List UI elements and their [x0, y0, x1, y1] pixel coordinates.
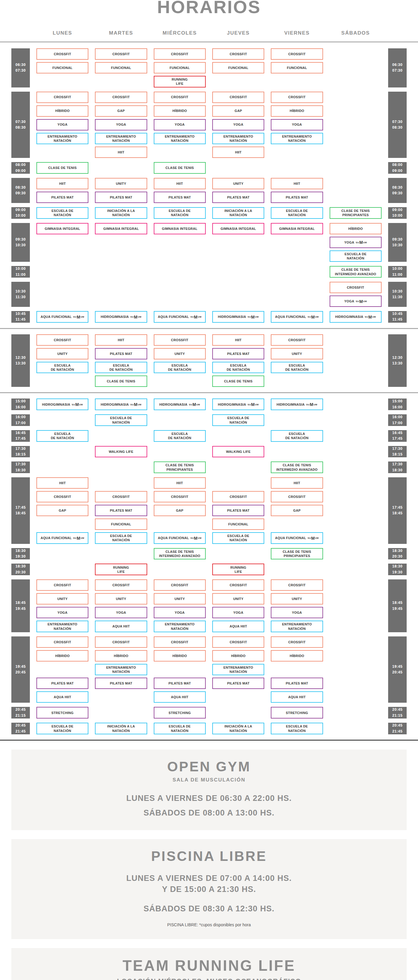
- class-cell: HÍBRIDO: [95, 650, 147, 662]
- piscina-libre-title: PISCINA LIBRE: [17, 849, 401, 863]
- class-cell: PILATES MAT: [271, 192, 323, 203]
- class-cell: ESCUELADE NATACIÓN: [95, 362, 147, 374]
- class-cell: YOGA: [154, 607, 206, 618]
- class-cell: CROSSFIT: [95, 636, 147, 648]
- class-cell: ESCUELADE NATACIÓN: [37, 362, 88, 374]
- class-cell: GAP: [154, 505, 206, 516]
- time-label-left: 16:0017:00: [11, 414, 30, 426]
- class-cell: ENTRENAMIENTONATACIÓN: [271, 620, 323, 632]
- class-cell: CLASE DE TENISPRINCIPIANTES: [154, 461, 206, 473]
- class-cell: ENTRENAMIENTONATACIÓN: [212, 133, 264, 145]
- class-cell: YOGA: [271, 607, 323, 618]
- class-cell: CROSSFIT: [212, 636, 264, 648]
- piscina-note: PISCINA LIBRE: *cupos disponibles por ho…: [17, 923, 401, 927]
- class-cell: UNITY: [95, 178, 147, 189]
- time-label-right: 16:4517:45: [388, 430, 407, 442]
- sumum-logo: SUMUM: [130, 403, 141, 406]
- time-block: 09:3010:3009:3010:30GIMNASIA INTEGRALGIM…: [11, 223, 407, 262]
- day-header-lunes: LUNES: [37, 30, 88, 36]
- sumum-logo: SUMUM: [189, 403, 200, 406]
- time-label-right: 12:3013:30: [388, 334, 407, 387]
- class-cell: HÍBRIDO: [154, 105, 206, 117]
- class-cell: YOGA: [212, 119, 264, 130]
- day-header-jueves: JUEVES: [212, 30, 264, 36]
- class-cell: UNITY: [37, 593, 88, 605]
- class-cell: GAP: [271, 505, 323, 516]
- time-label-right: 17:3018:15: [388, 446, 407, 458]
- class-cell: UNITY: [154, 348, 206, 360]
- class-cell: CROSSFIT: [37, 636, 88, 648]
- class-cell: HÍBRIDO: [330, 223, 381, 234]
- class-cell: YOGA: [271, 119, 323, 130]
- sumum-logo: SUMUM: [73, 537, 84, 540]
- time-label-right: 19:4520:45: [388, 636, 407, 703]
- class-cell: UNITY: [37, 348, 88, 360]
- time-block: 15:0016:0015:0016:00HIDROGIMNASIASUMUMHI…: [11, 399, 407, 410]
- class-cell: INICIACIÓN A LANATACIÓN: [95, 723, 147, 734]
- class-cell: HIIT: [271, 477, 323, 488]
- class-cell: INICIACIÓN A LANATACIÓN: [95, 207, 147, 219]
- section-divider-dark: [0, 740, 418, 741]
- time-label-right: 18:3020:30: [388, 548, 407, 560]
- class-cell: CLASE DE TENISINTERMEDIO AVANZADO: [330, 266, 381, 278]
- class-cell: PILATES MAT: [212, 505, 264, 516]
- class-cell: INICIACIÓN A LANATACIÓN: [212, 723, 264, 734]
- class-cell: HIIT: [212, 334, 264, 346]
- class-cell: CROSSFIT: [154, 579, 206, 591]
- time-block: 18:3019:3018:3020:30CLASE DE TENISINTERM…: [11, 548, 407, 560]
- time-label-left: 10:3011:30: [11, 282, 30, 307]
- day-header-martes: MARTES: [95, 30, 147, 36]
- class-cell: CROSSFIT: [271, 92, 323, 103]
- team-running-life-title: TEAM RUNNING LIFE: [17, 958, 401, 973]
- class-cell: CROSSFIT: [37, 92, 88, 103]
- class-cell: YOGA: [37, 607, 88, 618]
- class-cell: AQUA FUNCIONALSUMUM: [271, 532, 323, 544]
- class-cell: PILATES MAT: [95, 348, 147, 360]
- time-label-right: 18:4519:45: [388, 579, 407, 632]
- class-cell: CROSSFIT: [95, 92, 147, 103]
- piscina-libre-panel: PISCINA LIBRE LUNES A VIERNES DE 07:00 A…: [11, 839, 407, 939]
- class-cell: RUNNINGLIFE: [212, 563, 264, 575]
- class-cell: UNITY: [271, 348, 323, 360]
- time-label-right: 09:3010:30: [388, 223, 407, 262]
- class-cell: FUNCIONAL: [212, 62, 264, 73]
- class-cell: CLASE DE TENISPRINCIPIANTES: [330, 207, 381, 219]
- class-cell: ESCUELADE NATACIÓN: [271, 362, 323, 374]
- class-cell: AQUA FUNCIONALSUMUM: [154, 532, 206, 544]
- time-label-left: 10:0011:00: [11, 266, 30, 278]
- open-gym-hours-weekdays: LUNES A VIERNES DE 06:30 A 22:00 HS.: [17, 793, 401, 803]
- class-cell: CROSSFIT: [37, 48, 88, 60]
- time-block: 20:4521:1520:4521:15STRETCHINGSTRETCHING…: [11, 707, 407, 719]
- class-cell: UNITY: [212, 593, 264, 605]
- class-cell: PILATES MAT: [154, 192, 206, 203]
- class-cell: CROSSFIT: [154, 92, 206, 103]
- time-label-left: 17:3018:15: [11, 446, 30, 458]
- time-block: 17:4518:4517:4518:45HIITHIITHIITCROSSFIT…: [11, 477, 407, 544]
- class-cell: UNITY: [212, 178, 264, 189]
- class-cell: CROSSFIT: [212, 579, 264, 591]
- time-label-left: 17:4518:45: [11, 477, 30, 544]
- time-label-right: 08:0009:00: [388, 162, 407, 174]
- class-cell: HIDROGIMNASIASUMUM: [37, 399, 88, 410]
- class-cell: CROSSFIT: [212, 48, 264, 60]
- class-cell: YOGA: [95, 119, 147, 130]
- time-label-right: 09:0010:00: [388, 207, 407, 219]
- day-header-row: LUNES MARTES MIÉRCOLES JUEVES VIERNES SÁ…: [0, 30, 418, 36]
- time-block: 18:4519:4518:4519:45CROSSFITCROSSFITCROS…: [11, 579, 407, 632]
- sumum-logo: SUMUM: [365, 315, 376, 318]
- class-cell: GIMNASIA INTEGRAL: [212, 223, 264, 234]
- sumum-logo: SUMUM: [306, 403, 317, 406]
- class-cell: RUNNINGLIFE: [154, 76, 206, 88]
- piscina-hours-afternoon: Y DE 15:00 A 21:30 HS.: [17, 884, 401, 895]
- time-block: 16:0017:0016:0017:00ESCUELA DENATACIÓNES…: [11, 414, 407, 426]
- class-cell: AQUA HIIT: [271, 691, 323, 703]
- class-cell: HIIT: [154, 477, 206, 488]
- time-label-left: 20:4521:15: [11, 707, 30, 719]
- time-block: 17:3018:1517:3018:15WALKING LIFEWALKING …: [11, 446, 407, 458]
- time-block: 07:3008:3007:3008:30CROSSFITCROSSFITCROS…: [11, 92, 407, 158]
- class-cell: YOGASUMUM: [330, 296, 381, 307]
- class-cell: FUNCIONAL: [212, 519, 264, 530]
- time-block: 12:3013:3012:3013:30CROSSFITHIITCROSSFIT…: [11, 334, 407, 387]
- class-cell: ESCUELADE NATACIÓN: [154, 362, 206, 374]
- class-cell: YOGA: [212, 607, 264, 618]
